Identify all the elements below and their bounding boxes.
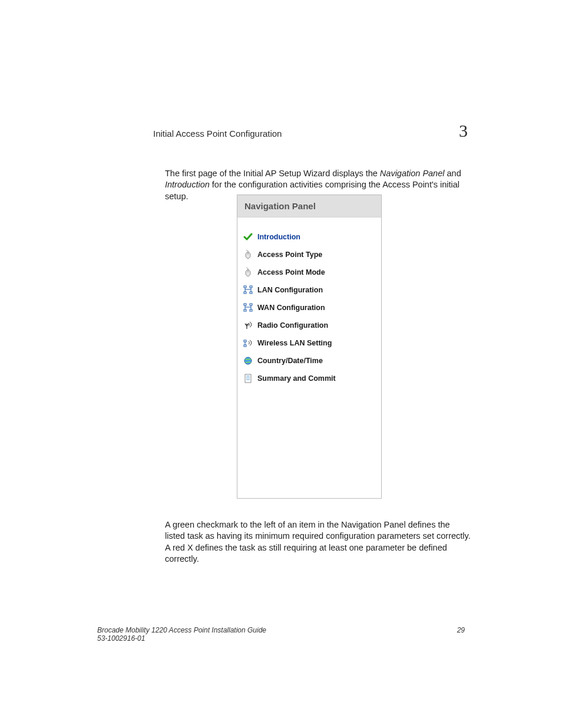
nav-item-summary-and-commit[interactable]: Summary and Commit <box>243 370 375 387</box>
navigation-panel-title: Navigation Panel <box>237 195 381 218</box>
checkmark-icon <box>243 232 253 242</box>
svg-rect-14 <box>244 345 246 347</box>
nav-item-wireless-lan-setting[interactable]: Wireless LAN Setting <box>243 334 375 352</box>
svg-rect-10 <box>244 309 246 311</box>
header-title: Initial Access Point Configuration <box>153 129 282 139</box>
footer-guide-title: Brocade Mobility 1220 Access Point Insta… <box>97 626 266 634</box>
nav-item-access-point-mode[interactable]: Access Point Mode <box>243 263 375 281</box>
globe-icon <box>243 356 253 365</box>
nav-item-label: WAN Configuration <box>257 304 325 312</box>
svg-rect-13 <box>244 340 246 342</box>
nav-item-label: Access Point Mode <box>257 268 325 276</box>
nav-item-radio-configuration[interactable]: Radio Configuration <box>243 317 375 334</box>
navigation-list: Introduction Access Point Type Access Po… <box>237 218 381 387</box>
chapter-number: 3 <box>459 121 468 141</box>
intro-em-2: Introduction <box>165 180 210 189</box>
mouse-icon <box>243 250 253 259</box>
nav-item-country-date-time[interactable]: Country/Date/Time <box>243 352 375 370</box>
svg-rect-9 <box>250 304 252 305</box>
nav-item-label: Country/Date/Time <box>257 357 323 365</box>
nav-item-label: LAN Configuration <box>257 286 323 294</box>
document-icon <box>243 374 253 383</box>
outro-paragraph: A green checkmark to the left of an item… <box>165 519 471 565</box>
intro-text-pre: The first page of the Initial AP Setup W… <box>165 169 380 178</box>
svg-rect-5 <box>250 286 252 288</box>
nav-item-label: Wireless LAN Setting <box>257 339 332 347</box>
svg-rect-6 <box>244 292 246 294</box>
nav-item-introduction[interactable]: Introduction <box>243 228 375 246</box>
nav-item-label: Access Point Type <box>257 251 322 259</box>
nav-item-label: Introduction <box>257 233 300 241</box>
svg-rect-8 <box>244 304 246 305</box>
page-root: Initial Access Point Configuration 3 The… <box>0 0 562 728</box>
running-header: Initial Access Point Configuration 3 <box>153 121 468 141</box>
footer-left: Brocade Mobility 1220 Access Point Insta… <box>97 626 266 643</box>
svg-rect-16 <box>245 374 251 383</box>
intro-em-1: Navigation Panel <box>380 169 445 178</box>
svg-rect-4 <box>244 286 246 288</box>
svg-rect-7 <box>250 292 252 294</box>
intro-text-mid: and <box>444 169 461 178</box>
nav-item-label: Summary and Commit <box>257 374 336 383</box>
wifi-lan-icon <box>243 338 253 348</box>
lan-icon <box>243 285 253 295</box>
mouse-icon <box>243 268 253 277</box>
svg-point-15 <box>244 357 252 364</box>
nav-item-lan-configuration[interactable]: LAN Configuration <box>243 281 375 299</box>
antenna-icon <box>243 321 253 330</box>
nav-item-wan-configuration[interactable]: WAN Configuration <box>243 299 375 317</box>
page-footer: Brocade Mobility 1220 Access Point Insta… <box>97 626 465 643</box>
nav-item-label: Radio Configuration <box>257 321 328 330</box>
nav-item-access-point-type[interactable]: Access Point Type <box>243 246 375 263</box>
footer-doc-number: 53-1002916-01 <box>97 634 266 643</box>
lan-icon <box>243 303 253 312</box>
navigation-panel: Navigation Panel Introduction Access Poi… <box>237 195 382 499</box>
footer-page-number: 29 <box>457 626 465 634</box>
svg-rect-11 <box>250 309 252 311</box>
